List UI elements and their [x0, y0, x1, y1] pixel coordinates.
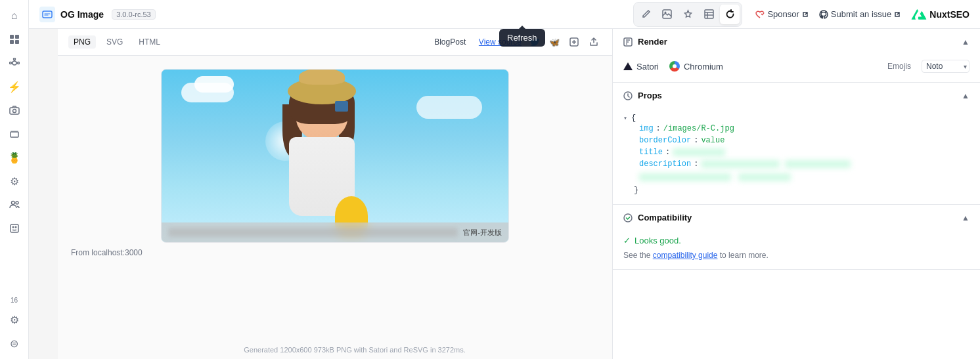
svg-rect-2: [10, 40, 14, 44]
svg-point-15: [11, 201, 14, 205]
chromium-option[interactable]: Chromium: [669, 61, 723, 72]
compatibility-section: Compatibility ▲ ✓ Looks good. See the co…: [613, 205, 980, 270]
tool-table-button[interactable]: [699, 5, 719, 24]
cloud-3: [416, 96, 482, 119]
topbar-links: Sponsor Submit an issue NuxtSEO: [755, 9, 969, 20]
props-desc-value-blurred-2: [785, 160, 851, 168]
props-img-key: img: [639, 124, 654, 133]
compat-learn-more: See the compatibility guide to learn mor…: [623, 251, 969, 260]
preview-image-inner: 官网-开发版: [162, 70, 508, 242]
preview-image: 官网-开发版: [161, 69, 509, 243]
sponsor-link[interactable]: Sponsor: [755, 9, 808, 19]
svg-point-16: [16, 201, 18, 204]
svg-rect-1: [15, 35, 19, 39]
tool-pencil-button[interactable]: [636, 5, 656, 24]
noto-select-wrapper: Noto Twemoji Fluent ▾: [922, 60, 969, 73]
svg-point-19: [14, 226, 16, 228]
sidebar-item-pineapple[interactable]: 🍍: [4, 147, 25, 168]
share-export-button[interactable]: [586, 34, 602, 50]
preview-area: PNG SVG HTML BlogPost View source 🦋: [58, 29, 612, 359]
svg-point-18: [12, 226, 14, 228]
tab-html[interactable]: HTML: [133, 35, 166, 49]
render-section-header[interactable]: Render ▲: [613, 29, 980, 54]
nuxt-seo-label: NuxtSEO: [929, 9, 969, 20]
svg-point-12: [12, 110, 16, 113]
version-badge: 3.0.0-rc.53: [112, 9, 156, 20]
svg-rect-20: [43, 11, 52, 18]
sidebar-item-layers[interactable]: [4, 123, 25, 144]
preview-content: 官网-开发版 From localhost:3000 Generated 120…: [58, 56, 612, 359]
nuxt-seo-logo[interactable]: NuxtSEO: [911, 9, 969, 20]
submit-external-icon: [894, 11, 901, 18]
noto-select[interactable]: Noto Twemoji Fluent: [922, 60, 969, 73]
chromium-label: Chromium: [684, 62, 723, 72]
share-twitter-button[interactable]: [527, 34, 543, 50]
tool-refresh-button[interactable]: [720, 5, 740, 24]
compat-section-header[interactable]: Compatibility ▲: [613, 205, 980, 230]
sidebar-item-camera[interactable]: [4, 100, 25, 121]
props-img-value: /images/R-C.jpg: [663, 124, 734, 133]
cloud-2: [194, 76, 234, 93]
sidebar-item-graph[interactable]: [4, 53, 25, 74]
props-section-header[interactable]: Props ▲: [613, 83, 980, 108]
render-icon: [623, 37, 633, 47]
tool-image-button[interactable]: [657, 5, 677, 24]
sidebar-item-settings[interactable]: ⚙: [4, 171, 25, 192]
sidebar-item-lightning[interactable]: ⚡: [4, 76, 25, 97]
svg-rect-11: [10, 108, 19, 114]
tab-png[interactable]: PNG: [68, 35, 96, 49]
props-content: ▾ { img : /images/R-C.jpg borderColor : …: [613, 108, 980, 204]
props-title-value-blurred: [673, 148, 725, 156]
props-border-value: value: [701, 136, 724, 145]
compat-check-icon: ✓: [623, 236, 631, 245]
sidebar-count: 16: [11, 297, 18, 304]
svg-rect-3: [15, 40, 19, 44]
submit-issue-link[interactable]: Submit an issue: [819, 9, 901, 19]
character-illustration: [256, 78, 388, 242]
render-chevron: ▲: [962, 37, 969, 47]
compat-good-label: Looks good.: [635, 236, 681, 245]
compat-chevron: ▲: [962, 213, 969, 222]
svg-rect-13: [11, 132, 18, 137]
props-desc-line-2: [623, 173, 969, 182]
view-source-link[interactable]: View source: [479, 37, 522, 47]
topbar: OG Image 3.0.0-rc.53 Sponsor Submit an i…: [29, 0, 980, 29]
sidebar-settings-bottom[interactable]: ⚙: [4, 309, 25, 330]
share-bluesky-button[interactable]: 🦋: [546, 34, 562, 50]
right-panel: Render ▲ Satori Chromium Emojis Noto: [612, 29, 980, 359]
svg-point-5: [9, 62, 11, 64]
main-container: PNG SVG HTML BlogPost View source 🦋: [58, 29, 980, 359]
sponsor-label: Sponsor: [767, 9, 799, 19]
compat-content: ✓ Looks good. See the compatibility guid…: [613, 230, 980, 269]
props-line-title: title :: [623, 146, 969, 158]
sidebar-adjust[interactable]: ⊜: [4, 333, 25, 354]
sidebar-item-users[interactable]: [4, 194, 25, 215]
sidebar-item-export[interactable]: [4, 218, 25, 239]
svg-rect-14: [11, 131, 18, 132]
app-logo-icon: [39, 7, 55, 22]
sidebar: ⌂ ⚡ 🍍 ⚙ 16 ⚙ ⊜: [0, 0, 29, 359]
props-open-brace: ▾ {: [623, 114, 969, 123]
compat-guide-link[interactable]: compatibility guide: [653, 251, 718, 260]
chromium-icon: [669, 61, 680, 72]
share-more-button[interactable]: [566, 34, 582, 50]
sidebar-bottom: 16 ⚙ ⊜: [4, 297, 25, 354]
render-title: Render: [623, 37, 667, 47]
sidebar-item-modules[interactable]: [4, 29, 25, 50]
svg-point-32: [624, 214, 632, 222]
satori-option[interactable]: Satori: [623, 62, 659, 72]
preview-caption: From localhost:3000: [71, 248, 143, 257]
svg-rect-17: [11, 224, 18, 232]
props-expand-icon[interactable]: ▾: [623, 114, 627, 122]
svg-rect-0: [10, 35, 14, 39]
toolbar-tools: [633, 2, 742, 27]
props-line-desc: description :: [623, 158, 969, 170]
props-close-brace: }: [623, 182, 969, 195]
props-title: Props: [623, 91, 662, 100]
tab-svg[interactable]: SVG: [101, 35, 128, 49]
tool-star-button[interactable]: [678, 5, 698, 24]
emojis-label: Emojis: [887, 62, 911, 71]
props-desc-blurred-4: [738, 173, 791, 181]
app-logo: OG Image: [39, 7, 104, 22]
sidebar-item-home[interactable]: ⌂: [4, 5, 25, 26]
